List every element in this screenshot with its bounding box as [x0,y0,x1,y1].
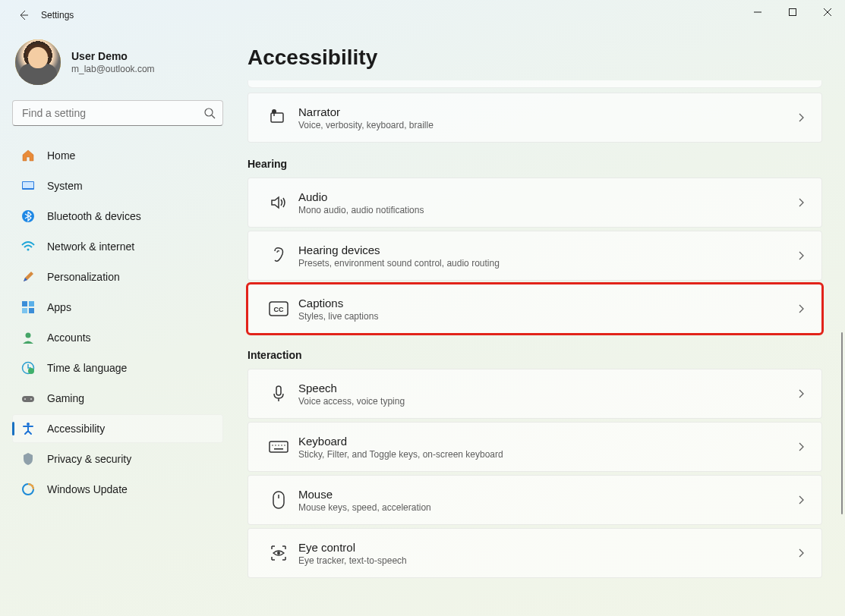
audio-icon [263,193,294,212]
svg-rect-22 [276,386,281,395]
card-speech[interactable]: Speech Voice access, voice typing [248,369,822,419]
svg-point-5 [27,249,30,251]
card-sub: Eye tracker, text-to-speech [298,555,796,566]
svg-rect-29 [274,448,283,450]
sidebar-item-privacy[interactable]: Privacy & security [12,445,223,473]
card-sub: Presets, environment sound control, audi… [298,258,796,269]
svg-rect-8 [22,308,27,313]
chevron-right-icon [796,442,806,452]
sidebar-item-label: Time & language [47,362,127,374]
svg-point-16 [27,423,30,426]
svg-rect-7 [29,301,34,306]
card-hearing-devices[interactable]: Hearing devices Presets, environment sou… [248,231,822,281]
sidebar-item-label: Network & internet [47,240,134,253]
narrator-icon [263,108,294,127]
sidebar-item-apps[interactable]: Apps [12,293,223,322]
sidebar-item-gaming[interactable]: Gaming [12,384,223,413]
card-title: Keyboard [298,435,796,448]
card-title: Audio [298,190,796,203]
card-title: Captions [298,297,796,310]
sidebar-item-windows-update[interactable]: Windows Update [12,475,223,504]
svg-point-15 [30,398,32,400]
sidebar-item-network[interactable]: Network & internet [12,232,223,261]
back-button[interactable] [17,8,30,22]
card-eye-control[interactable]: Eye control Eye tracker, text-to-speech [248,528,822,578]
card-sub: Voice, verbosity, keyboard, braille [298,120,796,130]
section-title-hearing: Hearing [248,158,824,170]
sidebar-item-home[interactable]: Home [12,141,223,170]
svg-rect-3 [23,182,33,188]
card-keyboard[interactable]: Keyboard Sticky, Filter, and Toggle keys… [248,422,822,472]
maximize-icon [789,8,796,16]
sidebar-item-label: Apps [47,301,71,313]
window-controls [740,0,845,24]
scrollbar-thumb[interactable] [841,332,843,514]
sidebar-item-label: Gaming [47,392,84,404]
user-email: m_lab@outlook.com [71,64,155,74]
card-title: Mouse [298,488,796,501]
partial-card-above [248,80,822,88]
sidebar-item-accounts[interactable]: Accounts [12,323,223,352]
chevron-right-icon [796,112,806,123]
svg-rect-9 [29,308,34,313]
page-title: Accessibility [248,46,824,70]
card-narrator[interactable]: Narrator Voice, verbosity, keyboard, bra… [248,93,822,143]
svg-rect-6 [22,301,27,306]
card-mouse[interactable]: Mouse Mouse keys, speed, acceleration [248,475,822,525]
system-icon [21,179,35,193]
sidebar-item-label: Accounts [47,332,91,344]
svg-point-24 [272,445,273,446]
main-content: Accessibility Narrator Voice, verbosity,… [235,30,845,616]
search-field-wrap [12,100,223,126]
card-sub: Mouse keys, speed, acceleration [298,502,796,513]
card-captions[interactable]: CC Captions Styles, live captions [248,284,822,334]
sidebar-item-label: Accessibility [47,423,105,435]
eye-scan-icon [263,544,294,562]
search-input[interactable] [12,100,223,126]
accessibility-icon [21,422,35,435]
sidebar-item-system[interactable]: System [12,171,223,200]
svg-rect-13 [22,396,34,402]
card-audio[interactable]: Audio Mono audio, audio notifications [248,178,822,228]
apps-icon [21,300,35,314]
keyboard-icon [263,439,294,454]
wifi-icon [21,240,35,253]
svg-point-27 [281,445,282,446]
sidebar-item-time-language[interactable]: Time & language [12,354,223,382]
sidebar-item-bluetooth[interactable]: Bluetooth & devices [12,202,223,231]
sidebar-item-label: Windows Update [47,483,128,495]
minimize-icon [754,8,761,16]
person-icon [21,331,35,344]
section-title-interaction: Interaction [248,349,824,361]
svg-rect-0 [790,9,796,16]
close-button[interactable] [810,0,845,24]
sidebar: User Demo m_lab@outlook.com Home System … [0,30,235,616]
user-account-block[interactable]: User Demo m_lab@outlook.com [12,36,223,97]
titlebar: Settings [0,0,845,30]
ear-icon [263,247,294,265]
chevron-right-icon [796,197,806,208]
svg-point-28 [284,445,285,446]
update-icon [21,482,35,496]
maximize-button[interactable] [775,0,810,24]
svg-rect-23 [270,442,288,452]
sidebar-item-personalization[interactable]: Personalization [12,262,223,291]
card-title: Eye control [298,541,796,554]
svg-text:CC: CC [274,306,284,313]
minimize-button[interactable] [740,0,775,24]
app-title: Settings [41,10,74,20]
svg-rect-30 [273,492,284,508]
sidebar-item-accessibility[interactable]: Accessibility [12,414,223,443]
svg-point-1 [205,108,213,116]
card-sub: Mono audio, audio notifications [298,205,796,215]
brush-icon [21,270,35,284]
mic-icon [263,385,294,403]
sidebar-item-label: Personalization [47,271,120,283]
sidebar-item-label: Privacy & security [47,453,131,465]
close-icon [824,8,831,16]
svg-point-19 [272,109,276,114]
user-name: User Demo [71,50,155,62]
sidebar-item-label: Bluetooth & devices [47,210,141,222]
gamepad-icon [21,391,35,405]
arrow-left-icon [17,9,30,21]
